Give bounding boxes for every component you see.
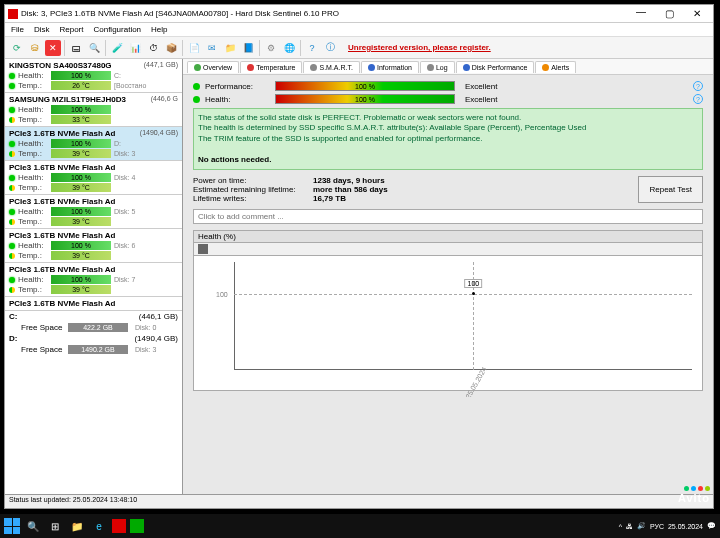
minimize-button[interactable]: — <box>631 8 651 19</box>
explorer-icon[interactable]: 📁 <box>68 517 86 535</box>
tray-icon[interactable]: ^ <box>619 523 622 530</box>
disk-sidebar: KINGSTON SA400S37480G(447,1 GB)Health:10… <box>5 59 183 494</box>
start-button[interactable] <box>4 518 20 534</box>
help-icon[interactable]: ? <box>304 40 320 56</box>
tool-icon[interactable]: 📦 <box>163 40 179 56</box>
status-led-icon <box>9 243 15 249</box>
health-kpi: Health: 100 % Excellent ? <box>193 94 703 104</box>
save-icon[interactable] <box>198 244 208 254</box>
ie-icon[interactable]: e <box>90 517 108 535</box>
info-icon[interactable]: ⓘ <box>322 40 338 56</box>
app-icon <box>8 9 18 19</box>
menu-file[interactable]: File <box>11 25 24 34</box>
performance-bar: 100 % <box>275 81 455 91</box>
tool-icon[interactable]: 🧪 <box>109 40 125 56</box>
menu-help[interactable]: Help <box>151 25 167 34</box>
tab-temperature[interactable]: Temperature <box>240 61 302 73</box>
sound-icon[interactable]: 🔊 <box>637 522 646 530</box>
disk-item[interactable]: PCIe3 1.6TB NVMe Flash AdHealth:100 %Dis… <box>5 195 182 229</box>
settings-icon[interactable]: ⚙ <box>263 40 279 56</box>
app-icon[interactable] <box>112 519 126 533</box>
performance-kpi: Performance: 100 % Excellent ? <box>193 81 703 91</box>
window-title: Disk: 3, PCIe3 1.6TB NVMe Flash Ad [S46J… <box>21 9 631 18</box>
status-led-icon <box>9 287 15 293</box>
status-led-icon <box>193 83 200 90</box>
disk-item[interactable]: PCIe3 1.6TB NVMe Flash AdHealth:100 %Dis… <box>5 263 182 297</box>
network-icon[interactable]: 🖧 <box>626 523 633 530</box>
status-led-icon <box>9 175 15 181</box>
lang-indicator[interactable]: РУС <box>650 523 664 530</box>
exit-icon[interactable]: ✕ <box>45 40 61 56</box>
chart-toolbar <box>193 243 703 255</box>
report-icon[interactable]: 📄 <box>186 40 202 56</box>
disk-item[interactable]: PCIe3 1.6TB NVMe Flash Ad <box>5 297 182 311</box>
disk-item[interactable]: KINGSTON SA400S37480G(447,1 GB)Health:10… <box>5 59 182 93</box>
taskbar[interactable]: 🔍 ⊞ 📁 e ^ 🖧 🔊 РУС 25.05.2024 💬 <box>0 514 720 538</box>
system-tray[interactable]: ^ 🖧 🔊 РУС 25.05.2024 💬 <box>619 522 716 530</box>
disks-icon[interactable]: ⛁ <box>27 40 43 56</box>
tool-icon[interactable]: ⏱ <box>145 40 161 56</box>
tab-information[interactable]: Information <box>361 61 419 73</box>
close-button[interactable]: ✕ <box>687 8 707 19</box>
status-led-icon <box>9 117 15 123</box>
tab-disk-performance[interactable]: Disk Performance <box>456 61 535 73</box>
health-bar: 100 % <box>275 94 455 104</box>
folder-icon[interactable]: 📁 <box>222 40 238 56</box>
status-led-icon <box>9 141 15 147</box>
web-icon[interactable]: 🌐 <box>281 40 297 56</box>
task-view-icon[interactable]: ⊞ <box>46 517 64 535</box>
chart-title: Health (%) <box>193 230 703 243</box>
main-panel: Overview Temperature S.M.A.R.T. Informat… <box>183 59 713 494</box>
document-icon[interactable]: 📘 <box>240 40 256 56</box>
notification-icon[interactable]: 💬 <box>707 522 716 530</box>
status-led-icon <box>9 185 15 191</box>
status-led-icon <box>9 219 15 225</box>
app-icon[interactable] <box>130 519 144 533</box>
volume-item[interactable]: D:(1490,4 GB) <box>5 333 182 344</box>
toolbar: ⟳ ⛁ ✕ 🖴 🔍 🧪 📊 ⏱ 📦 📄 ✉ 📁 📘 ⚙ 🌐 ? ⓘ Unregi… <box>5 37 713 59</box>
status-led-icon <box>9 151 15 157</box>
search-icon[interactable]: 🔍 <box>24 517 42 535</box>
tool-icon[interactable]: 🖴 <box>68 40 84 56</box>
comment-input[interactable] <box>193 209 703 224</box>
menubar: File Disk Report Configuration Help <box>5 23 713 37</box>
disk-item[interactable]: PCIe3 1.6TB NVMe Flash AdHealth:100 %Dis… <box>5 161 182 195</box>
mail-icon[interactable]: ✉ <box>204 40 220 56</box>
tool-icon[interactable]: 📊 <box>127 40 143 56</box>
status-led-icon <box>193 96 200 103</box>
tab-alerts[interactable]: Alerts <box>535 61 576 73</box>
status-led-icon <box>9 73 15 79</box>
menu-configuration[interactable]: Configuration <box>93 25 141 34</box>
maximize-button[interactable]: ▢ <box>659 8 679 19</box>
status-led-icon <box>9 83 15 89</box>
statusbar: Status last updated: 25.05.2024 13:48:10 <box>5 494 713 508</box>
tab-log[interactable]: Log <box>420 61 455 73</box>
status-led-icon <box>9 107 15 113</box>
tab-smart[interactable]: S.M.A.R.T. <box>303 61 359 73</box>
volume-free: Free Space422.2 GBDisk: 0 <box>5 322 182 333</box>
refresh-icon[interactable]: ⟳ <box>9 40 25 56</box>
performance-label: Performance: <box>205 82 275 91</box>
titlebar[interactable]: Disk: 3, PCIe3 1.6TB NVMe Flash Ad [S46J… <box>5 5 713 23</box>
clock-date[interactable]: 25.05.2024 <box>668 523 703 530</box>
tool-icon[interactable]: 🔍 <box>86 40 102 56</box>
disk-item[interactable]: PCIe3 1.6TB NVMe Flash AdHealth:100 %Dis… <box>5 229 182 263</box>
disk-item[interactable]: PCIe3 1.6TB NVMe Flash Ad(1490,4 GB)Heal… <box>5 127 182 161</box>
stats: Power on time: Estimated remaining lifet… <box>193 176 703 203</box>
health-chart: 100 100 25.05.2024 <box>193 255 703 391</box>
status-led-icon <box>9 253 15 259</box>
volume-item[interactable]: C:(446,1 GB) <box>5 311 182 322</box>
health-label: Health: <box>205 95 275 104</box>
help-icon[interactable]: ? <box>693 81 703 91</box>
disk-item[interactable]: SAMSUNG MZILS1T9HEJH0D3(446,6 GHealth:10… <box>5 93 182 127</box>
unregistered-link[interactable]: Unregistered version, please register. <box>348 43 491 52</box>
status-led-icon <box>9 277 15 283</box>
volume-free: Free Space1490.2 GBDisk: 3 <box>5 344 182 355</box>
tab-overview[interactable]: Overview <box>187 61 239 73</box>
repeat-test-button[interactable]: Repeat Test <box>638 176 703 203</box>
help-icon[interactable]: ? <box>693 94 703 104</box>
status-box: The status of the solid state disk is PE… <box>193 108 703 170</box>
menu-disk[interactable]: Disk <box>34 25 50 34</box>
status-led-icon <box>9 209 15 215</box>
menu-report[interactable]: Report <box>59 25 83 34</box>
